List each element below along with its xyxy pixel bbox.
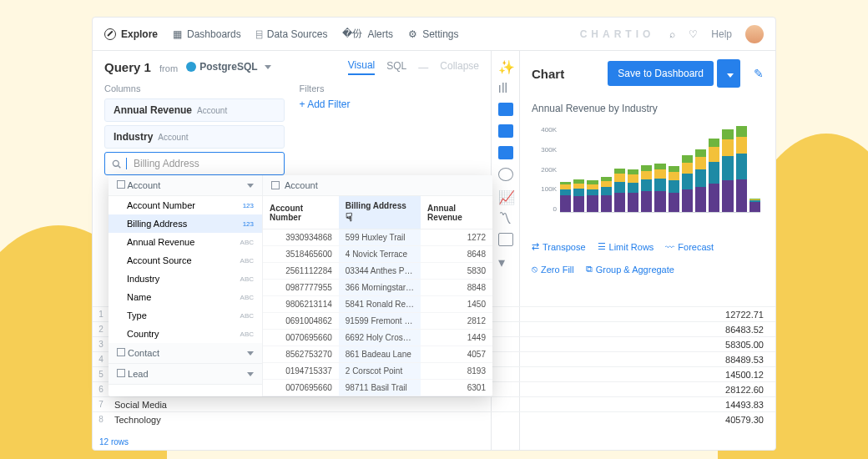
column-chip[interactable]: IndustryAccount [104, 125, 285, 149]
field-option[interactable]: Billing Address123 [108, 214, 262, 233]
bar[interactable] [709, 139, 719, 212]
column-chip[interactable]: Annual RevenueAccount [104, 98, 285, 122]
preview-row: 00706956606692 Holy Cross Co...1449 [263, 330, 492, 346]
bar[interactable] [682, 155, 693, 212]
preview-header: Account [263, 175, 492, 196]
add-filter-button[interactable]: + Add Filter [300, 98, 480, 110]
preview-row: 069100486291599 Fremont Court2812 [263, 313, 492, 330]
pipeline-group-aggregate[interactable]: ⧉Group & Aggregate [586, 264, 674, 275]
grid-icon: ▦ [173, 28, 182, 40]
edit-icon[interactable]: ✎ [754, 67, 764, 80]
query-title: Query 1 from PostgreSQL [104, 60, 271, 74]
help-link[interactable]: Help [711, 28, 732, 40]
result-row[interactable]: 7Social Media14493.83 [93, 396, 775, 411]
step-icon: ☰ [598, 241, 606, 252]
result-row[interactable]: 8Technology40579.30 [93, 411, 775, 426]
bar[interactable] [573, 179, 584, 212]
col-account-number[interactable]: Account Number [263, 196, 339, 230]
save-dropdown-button[interactable] [717, 59, 740, 88]
nav-settings[interactable]: ⚙Settings [408, 28, 458, 40]
bar-icon[interactable]: ıll [498, 81, 513, 94]
step-icon: ⇄ [532, 241, 539, 252]
pipeline-steps: ⇄Transpose☰Limit Rows〰Forecast⦸Zero Fill… [532, 241, 764, 275]
field-option[interactable]: Account SourceABC [108, 251, 262, 270]
search-icon[interactable]: ⌕ [669, 28, 675, 40]
row-count: 12 rows [99, 437, 129, 446]
tab-sql[interactable]: SQL [386, 60, 406, 74]
preview-row: 0987777955366 Morningstar Hill8848 [263, 280, 492, 296]
bar[interactable] [722, 129, 733, 212]
table-icon [117, 369, 125, 377]
group-contact[interactable]: Contact [108, 343, 262, 364]
bar[interactable] [695, 149, 706, 212]
col-billing-address[interactable]: Billing Address ☟ [339, 196, 421, 230]
bar[interactable] [641, 165, 652, 212]
divider: — [418, 62, 428, 73]
pipeline-zero-fill[interactable]: ⦸Zero Fill [532, 264, 574, 275]
nav-datasources[interactable]: ⌸Data Sources [256, 28, 328, 40]
preview-row: 256111228403344 Anthes Park...5830 [263, 263, 492, 280]
step-icon: ⦸ [532, 264, 537, 275]
columns-label: Columns [104, 83, 285, 93]
bell-icon[interactable]: ♡ [689, 28, 698, 40]
area-icon[interactable]: 〽 [498, 211, 513, 224]
more-icon[interactable]: ▾ [498, 255, 513, 268]
column-picker-dropdown: Account Account Number123Billing Address… [108, 175, 492, 396]
field-option[interactable]: Annual RevenueABC [108, 233, 262, 251]
table-icon [271, 181, 280, 189]
preview-row: 007069566098711 Basil Trail6301 [263, 380, 492, 396]
nav-explore[interactable]: Explore [104, 28, 158, 40]
field-option[interactable]: NameABC [108, 288, 262, 306]
nav-alerts[interactable]: �份Alerts [342, 27, 393, 41]
sparkle-icon[interactable]: ✨ [498, 59, 513, 73]
pipeline-limit-rows[interactable]: ☰Limit Rows [598, 241, 654, 252]
nav-dashboards[interactable]: ▦Dashboards [173, 28, 241, 40]
bar[interactable] [736, 126, 747, 212]
column-icon[interactable] [498, 146, 513, 159]
db-icon: ⌸ [256, 28, 262, 40]
filters-label: Filters [300, 83, 480, 93]
bar[interactable] [654, 164, 665, 212]
top-nav: Explore ▦Dashboards ⌸Data Sources �份Aler… [93, 18, 775, 51]
bar[interactable] [749, 199, 760, 212]
column-search-input[interactable]: Billing Address [104, 152, 285, 175]
number-icon[interactable] [498, 103, 513, 116]
table-icon[interactable] [498, 124, 513, 138]
chevron-down-icon [727, 73, 734, 78]
pipeline-forecast[interactable]: 〰Forecast [665, 241, 714, 252]
field-option[interactable]: CountryABC [108, 325, 262, 343]
bar[interactable] [628, 169, 638, 212]
tab-visual[interactable]: Visual [348, 59, 375, 75]
save-to-dashboard-button[interactable]: Save to Dashboard [608, 61, 714, 86]
group-account[interactable]: Account [108, 175, 262, 196]
field-option[interactable]: TypeABC [108, 306, 262, 325]
preview-table: Account Number Billing Address ☟ Annual … [263, 196, 492, 396]
svg-point-0 [113, 160, 119, 166]
svg-line-1 [119, 165, 121, 168]
grid-icon[interactable] [498, 233, 513, 246]
pipeline-transpose[interactable]: ⇄Transpose [532, 241, 586, 252]
chevron-down-icon [247, 351, 254, 356]
bar[interactable] [614, 169, 625, 212]
tab-collapse[interactable]: Collapse [440, 60, 479, 74]
field-option[interactable]: Account Number123 [108, 196, 262, 214]
search-placeholder: Billing Address [134, 158, 199, 169]
field-option[interactable]: IndustryABC [108, 270, 262, 288]
explore-icon [104, 28, 116, 40]
avatar[interactable] [745, 25, 764, 43]
preview-row: 3930934868599 Huxley Trail1272 [263, 230, 492, 246]
chart-subtitle: Annual Revenue by Industry [532, 103, 764, 114]
pie-icon[interactable] [498, 168, 513, 181]
datasource-picker[interactable]: PostgreSQL [186, 61, 270, 73]
bar[interactable] [587, 180, 598, 212]
col-annual-revenue[interactable]: Annual Revenue [421, 196, 492, 230]
group-lead[interactable]: Lead [108, 364, 262, 385]
bar[interactable] [560, 182, 571, 212]
chart-title: Chart [532, 67, 599, 81]
preview-row: 35184656004 Novick Terrace8648 [263, 246, 492, 263]
line-icon[interactable]: 📈 [498, 189, 513, 203]
bar[interactable] [669, 166, 679, 212]
bar[interactable] [601, 177, 612, 212]
chart-plot: 400K300K200K100K0 [532, 126, 764, 226]
alerts-icon: �份 [342, 27, 362, 41]
